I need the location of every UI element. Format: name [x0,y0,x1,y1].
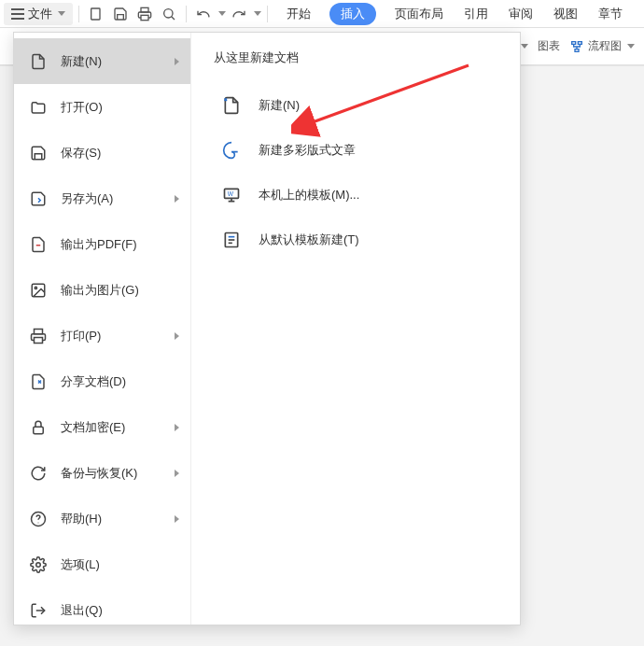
file-menu-button[interactable]: 文件 [4,3,73,25]
save-as-icon [29,190,48,208]
exit-icon [29,601,48,620]
submenu-label: 从默认模板新建(T) [259,232,359,248]
file-label: 文件 [28,6,52,22]
file-menu-left: 新建(N) 打开(O) 保存(S) 另存为(A) 输出为PD [14,33,191,625]
chevron-right-icon [175,515,179,523]
menu-label: 选项(L) [61,556,100,573]
new-icon [29,52,48,71]
template-local-icon: W [221,185,242,205]
lock-icon [29,418,48,437]
svg-rect-0 [91,8,100,20]
top-toolbar: 文件 开始 插入 页面布局 引用 审阅 视图 章节 [0,0,644,28]
print-icon [29,327,48,345]
pdf-icon [29,235,48,254]
chevron-down-icon [521,44,528,49]
file-menu-panel: 新建(N) 打开(O) 保存(S) 另存为(A) 输出为PD [13,32,521,625]
chevron-right-icon [175,195,179,203]
new-doc-icon [221,95,242,116]
share-icon [29,372,48,391]
tab-insert[interactable]: 插入 [329,3,376,25]
svg-rect-1 [141,15,148,20]
submenu-label: 新建(N) [259,97,300,114]
separator [267,6,268,22]
menu-label: 退出(Q) [61,602,103,619]
chart-frag-label: 图表 [538,38,560,54]
file-menu-right: 从这里新建文档 新建(N) 新建多彩版式文章 W 本机上的模板(M)... 从默… [191,33,520,625]
submenu-label: 本机上的模板(M)... [259,187,359,204]
menu-item-export-pdf[interactable]: 输出为PDF(F) [14,221,190,267]
color-doc-icon [221,140,242,161]
submenu-item-default-template[interactable]: 从默认模板新建(T) [214,218,497,262]
menu-item-exit[interactable]: 退出(Q) [14,587,190,633]
ribbon-tabs: 开始 插入 页面布局 引用 审阅 视图 章节 [285,2,624,26]
hamburger-icon [11,8,24,20]
svg-point-12 [35,287,36,288]
menu-label: 文档加密(E) [61,419,125,436]
svg-rect-8 [572,41,576,44]
separator [186,6,187,22]
submenu-item-new[interactable]: 新建(N) [214,83,497,128]
menu-label: 打开(O) [61,99,103,116]
chevron-down-icon[interactable] [218,11,226,16]
menu-label: 另存为(A) [61,190,113,207]
svg-rect-10 [575,49,579,51]
chevron-right-icon [175,58,179,65]
svg-point-18 [36,562,41,567]
folder-icon [29,98,48,117]
menu-item-export-img[interactable]: 输出为图片(G) [14,267,190,313]
backup-icon [29,464,48,483]
submenu-item-local-template[interactable]: W 本机上的模板(M)... [214,173,497,218]
chevron-down-icon [627,44,635,49]
menu-label: 备份与恢复(K) [61,465,137,482]
svg-text:W: W [228,190,234,197]
tab-reference[interactable]: 引用 [462,2,490,26]
menu-item-help[interactable]: 帮助(H) [14,496,190,541]
menu-label: 新建(N) [61,53,102,70]
tab-chapter[interactable]: 章节 [596,2,624,26]
chevron-down-icon [58,11,65,16]
chevron-right-icon [175,470,179,477]
submenu-label: 新建多彩版式文章 [259,142,356,159]
menu-label: 输出为PDF(F) [61,236,137,253]
print-icon[interactable] [133,3,156,25]
svg-line-4 [172,16,175,19]
menu-item-backup[interactable]: 备份与恢复(K) [14,450,190,496]
gear-icon [29,555,48,574]
tab-start[interactable]: 开始 [285,2,313,26]
menu-item-encrypt[interactable]: 文档加密(E) [14,404,190,450]
menu-item-save[interactable]: 保存(S) [14,130,190,176]
separator [78,6,79,22]
tab-page-layout[interactable]: 页面布局 [393,2,445,26]
menu-item-print[interactable]: 打印(P) [14,313,190,358]
menu-item-open[interactable]: 打开(O) [14,84,190,130]
redo-icon[interactable] [228,3,250,25]
template-default-icon [221,230,242,250]
tab-view[interactable]: 视图 [552,2,580,26]
svg-rect-13 [35,337,43,343]
menu-item-options[interactable]: 选项(L) [14,541,190,587]
flowchart-label: 流程图 [588,38,622,54]
svg-rect-2 [141,7,148,12]
menu-label: 输出为图片(G) [61,282,139,299]
image-icon [29,281,48,300]
submenu-title: 从这里新建文档 [214,49,497,66]
svg-rect-9 [578,41,581,44]
chevron-down-icon[interactable] [254,11,261,16]
preview-icon[interactable] [158,3,180,25]
svg-rect-14 [35,329,43,333]
menu-item-save-as[interactable]: 另存为(A) [14,176,190,221]
menu-item-share[interactable]: 分享文档(D) [14,358,190,404]
help-icon [29,510,48,528]
menu-item-new[interactable]: 新建(N) [14,38,190,84]
undo-icon[interactable] [192,3,215,25]
menu-label: 分享文档(D) [61,373,126,390]
submenu-item-color-doc[interactable]: 新建多彩版式文章 [214,128,497,173]
save-icon[interactable] [109,3,132,25]
svg-point-3 [164,8,173,17]
flowchart-button[interactable]: 流程图 [569,38,635,54]
chevron-right-icon [175,424,179,431]
flowchart-icon [569,39,584,54]
new-doc-icon[interactable] [85,3,107,25]
tab-review[interactable]: 审阅 [507,2,535,26]
menu-label: 打印(P) [61,328,101,344]
